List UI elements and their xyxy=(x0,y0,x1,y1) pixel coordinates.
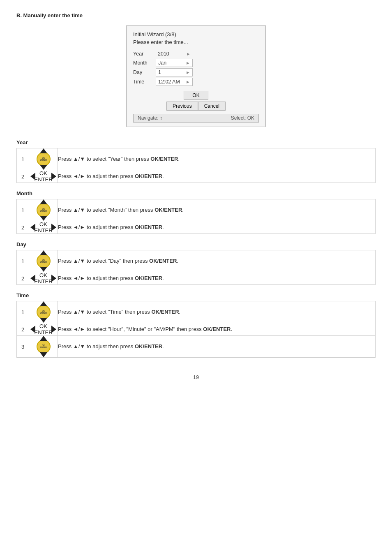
previous-button[interactable]: Previous xyxy=(166,102,198,111)
up-arrow-icon xyxy=(40,148,47,153)
left-arrow-icon xyxy=(30,326,35,333)
table-row: 1 OKENTER Press ▲/▼ to select "Time" the… xyxy=(17,301,376,323)
page-number: 19 xyxy=(16,374,376,380)
step-text-1: Press ▲/▼ to select "Year" then press OK… xyxy=(58,148,376,170)
table-row: 1 OKENTER Press ▲/▼ to select "Year" the… xyxy=(17,148,376,170)
table-row: 2 OKENTER Press ◄/► to adjust then press… xyxy=(17,221,376,234)
ok-button-icon: OKENTER xyxy=(34,221,52,234)
updown-remote: OKENTER xyxy=(37,199,51,221)
leftright-remote: OKENTER xyxy=(30,221,56,234)
updown-remote: OKENTER xyxy=(37,250,51,272)
down-arrow-icon xyxy=(40,165,47,170)
step-icon-updown-5: OKENTER xyxy=(29,336,58,358)
left-arrow-icon xyxy=(30,173,35,180)
down-arrow-icon xyxy=(40,216,47,221)
down-arrow-icon xyxy=(40,267,47,272)
step-num-2: 2 xyxy=(17,170,29,183)
step-num-2: 2 xyxy=(17,221,29,234)
time-arrow: ► xyxy=(186,79,190,84)
step-num-1: 1 xyxy=(17,301,29,323)
leftright-remote: OKENTER xyxy=(30,170,56,183)
updown-remote: OKENTER xyxy=(37,148,51,170)
step-icon-updown-4: OKENTER xyxy=(29,301,58,323)
right-arrow-icon xyxy=(51,326,56,333)
month-instruction-table: 1 OKENTER Press ▲/▼ to select "Month" th… xyxy=(16,199,376,234)
right-arrow-icon xyxy=(51,275,56,282)
step-icon-leftright-4: OKENTER xyxy=(29,323,58,336)
wizard-day-label: Day xyxy=(133,69,156,75)
prev-cancel-row: Previous Cancel xyxy=(166,102,226,111)
step-text-3: Press ▲/▼ to adjust then press OK/ENTER. xyxy=(58,336,376,358)
ok-button-icon: OKENTER xyxy=(37,254,51,268)
up-arrow-icon xyxy=(40,199,47,204)
month-section-title: Month xyxy=(16,190,376,197)
up-arrow-icon xyxy=(40,301,47,306)
step-text-2: Press ◄/► to adjust then press OK/ENTER. xyxy=(58,272,376,285)
wizard-time-row: Time 12:02 AM ► xyxy=(133,78,259,86)
ok-button-icon: OKENTER xyxy=(34,170,52,183)
wizard-month-label: Month xyxy=(133,60,156,66)
year-section-title: Year xyxy=(16,139,376,146)
step-text-2: Press ◄/► to adjust then press OK/ENTER. xyxy=(58,170,376,183)
table-row: 1 OKENTER Press ▲/▼ to select "Month" th… xyxy=(17,199,376,221)
up-arrow-icon xyxy=(40,250,47,255)
updown-remote: OKENTER xyxy=(37,301,51,323)
step-text-2: Press ◄/► to adjust then press OK/ENTER. xyxy=(58,221,376,234)
day-section-title: Day xyxy=(16,241,376,247)
ok-button-icon: OKENTER xyxy=(34,323,52,335)
month-arrow: ► xyxy=(186,60,190,65)
leftright-remote: OKENTER xyxy=(30,323,56,335)
wizard-subtitle: Please enter the time... xyxy=(133,39,259,45)
right-arrow-icon xyxy=(51,224,56,231)
ok-button-icon: OKENTER xyxy=(37,340,51,354)
ok-button-icon: OKENTER xyxy=(37,203,51,217)
left-arrow-icon xyxy=(30,275,35,282)
table-row: 2 OKENTER Press ◄/► to select "Hour", "M… xyxy=(17,323,376,336)
day-arrow: ► xyxy=(186,70,190,75)
time-section-title: Time xyxy=(16,292,376,298)
step-text-1: Press ▲/▼ to select "Month" then press O… xyxy=(58,199,376,221)
ok-button-icon: OKENTER xyxy=(37,152,51,166)
updown-remote: OKENTER xyxy=(37,336,51,357)
time-instruction-table: 1 OKENTER Press ▲/▼ to select "Time" the… xyxy=(16,301,376,358)
step-icon-updown-2: OKENTER xyxy=(29,199,58,221)
section-b-title: B. Manually enter the time xyxy=(16,12,376,18)
right-arrow-icon xyxy=(51,173,56,180)
table-row: 2 OKENTER Press ◄/► to adjust then press… xyxy=(17,272,376,285)
leftright-remote: OKENTER xyxy=(30,272,56,284)
step-text-1: Press ▲/▼ to select "Day" then press OK/… xyxy=(58,250,376,272)
navigate-icon: ↕ xyxy=(160,115,162,121)
ok-button[interactable]: OK xyxy=(184,91,208,100)
wizard-day-row: Day 1 ► xyxy=(133,68,259,76)
wizard-year-label: Year xyxy=(133,51,156,57)
wizard-year-row: Year 2010 ► xyxy=(133,50,259,58)
up-arrow-icon xyxy=(40,336,47,341)
step-num-1: 1 xyxy=(17,199,29,221)
step-text-1: Press ▲/▼ to select "Time" then press OK… xyxy=(58,301,376,323)
table-row: 2 OKENTER Press ◄/► to adjust then press… xyxy=(17,170,376,183)
wizard-buttons: OK Previous Cancel xyxy=(133,91,259,111)
wizard-title: Initial Wizard (3/8) xyxy=(133,31,259,37)
day-instruction-table: 1 OKENTER Press ▲/▼ to select "Day" then… xyxy=(16,250,376,285)
step-num-1: 1 xyxy=(17,250,29,272)
wizard-month-value[interactable]: Jan ► xyxy=(156,59,193,67)
step-num-3: 3 xyxy=(17,336,29,358)
down-arrow-icon xyxy=(40,352,47,357)
year-arrow: ► xyxy=(186,51,191,56)
step-num-1: 1 xyxy=(17,148,29,170)
step-icon-updown-1: OKENTER xyxy=(29,148,58,170)
wizard-nav-bar: Navigate: ↕ Select: OK xyxy=(133,114,259,123)
wizard-year-value: 2010 ► xyxy=(156,50,193,58)
ok-button-icon: OKENTER xyxy=(37,305,51,319)
wizard-container: Initial Wizard (3/8) Please enter the ti… xyxy=(16,25,376,127)
cancel-button[interactable]: Cancel xyxy=(198,102,226,111)
step-icon-leftright-3: OKENTER xyxy=(29,272,58,285)
table-row: 1 OKENTER Press ▲/▼ to select "Day" then… xyxy=(17,250,376,272)
wizard-month-row: Month Jan ► xyxy=(133,59,259,67)
wizard-day-value[interactable]: 1 ► xyxy=(156,68,193,76)
navigate-label: Navigate: ↕ xyxy=(138,115,162,121)
wizard-time-value[interactable]: 12:02 AM ► xyxy=(156,78,193,86)
select-label: Select: OK xyxy=(231,115,254,121)
step-icon-leftright-1: OKENTER xyxy=(29,170,58,183)
step-text-2: Press ◄/► to select "Hour", "Minute" or … xyxy=(58,323,376,336)
